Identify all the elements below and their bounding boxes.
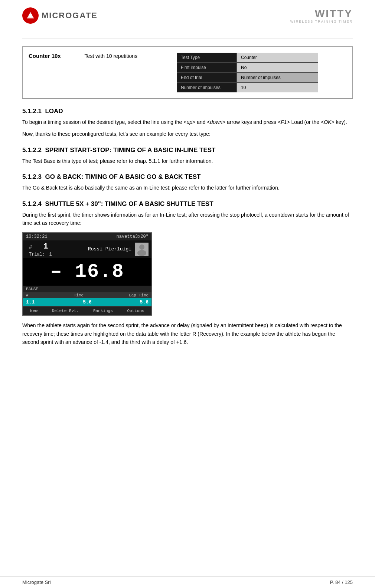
ds-trial-label: Trial: [29, 252, 45, 257]
device-label-firstimpulse: First impulse [177, 63, 237, 72]
section-5121-heading: 5.1.2.1 Load [22, 108, 353, 115]
ds-btn-new[interactable]: New [27, 308, 40, 314]
microgate-logo-icon [22, 7, 39, 24]
ds-hash-value: 1 [43, 242, 48, 251]
header-divider [22, 39, 353, 39]
ds-row-laptime: 5.6 [140, 299, 149, 305]
device-label-endoftrial: End of trial [177, 73, 237, 82]
ds-header-row: # Time Lap Time [23, 292, 151, 298]
section-5122-number: 5.1.2.2 [22, 147, 42, 154]
ds-pause-bar: PAUSE [23, 286, 151, 292]
section-5124-para1: During the first sprint, the timer shows… [22, 211, 353, 227]
section-5123-title: Go & Back: timing of a Basic Go & Back T… [45, 173, 200, 180]
device-label-testtype: Test Type [177, 53, 237, 62]
svg-point-3 [139, 244, 144, 250]
logo-left: MICROGATE [22, 7, 98, 24]
ds-athlete-row: # 1 Trial: 1 Rossi Pierluigi [23, 240, 151, 258]
ds-col-hash: # [26, 293, 29, 298]
ds-pause-label: PAUSE [26, 287, 38, 291]
test-description: Test with 10 repetitions [85, 53, 137, 59]
after-screenshot-text: When the athlete starts again for the se… [22, 321, 353, 346]
device-row-testtype: Test Type Counter [177, 53, 318, 63]
section-5121-number: 5.1.2.1 [22, 108, 42, 115]
ds-data-row: 1.1 5.6 5.6 [23, 298, 151, 306]
ds-btn-rankings[interactable]: Rankings [90, 308, 116, 314]
device-label-numimpulses: Number of impulses [177, 83, 237, 92]
ds-trial-value: 1 [49, 252, 52, 257]
ds-col-lap: Lap Time [129, 293, 149, 298]
device-row-endoftrial: End of trial Number of impulses [177, 73, 318, 83]
ds-topbar: 10:32:21 navetta3x20" [23, 233, 151, 240]
section-5124-heading: 5.1.2.4 Shuttle 5x + 30": timing of a Ba… [22, 200, 353, 208]
counter-label: Counter 10x [29, 53, 61, 59]
ds-time: 10:32:21 [26, 234, 48, 239]
witty-title: WITTY [290, 8, 353, 20]
ds-test-name: navetta3x20" [117, 234, 149, 239]
ds-row-num: 1.1 [26, 299, 35, 305]
device-screenshot: 10:32:21 navetta3x20" # 1 Trial: 1 Rossi… [22, 232, 152, 316]
device-value-firstimpulse: No [237, 63, 318, 72]
ds-time-display: – 16.8 [23, 258, 151, 286]
section-5121-para2: Now, thanks to these preconfigured tests… [22, 130, 353, 138]
device-row-firstimpulse: First impulse No [177, 63, 318, 73]
footer-left: Microgate Srl [22, 579, 51, 585]
svg-point-1 [29, 14, 32, 17]
ds-avatar-icon [135, 243, 149, 256]
section-5122-title: Sprint Start-Stop: timing of a Basic In-… [45, 147, 215, 154]
page-header: MICROGATE WITTY WIRELESS TRAINING TIMER [22, 7, 353, 27]
section-5122-heading: 5.1.2.2 Sprint Start-Stop: timing of a B… [22, 147, 353, 154]
section-5121-title: Load [45, 108, 63, 115]
device-value-numimpulses: 10 [237, 83, 318, 92]
section-5124-title: Shuttle 5x + 30": timing of a Basic Shut… [45, 200, 213, 207]
witty-subtitle: WIRELESS TRAINING TIMER [290, 20, 353, 23]
device-screen: Test Type Counter First impulse No End o… [177, 53, 318, 92]
info-table-left: Counter 10x Test with 10 repetitions [29, 53, 170, 59]
microgate-name: MICROGATE [42, 11, 98, 20]
ds-btn-delete[interactable]: Delete Evt. [49, 308, 82, 314]
ds-bottom-bar: New Delete Evt. Rankings Options [23, 306, 151, 315]
section-5121-para1: To begin a timing session of the desired… [22, 118, 353, 126]
section-5124-number: 5.1.2.4 [22, 200, 42, 207]
ds-trial-row: Trial: 1 [26, 252, 55, 257]
device-value-endoftrial: Number of impulses [237, 73, 318, 82]
ds-btn-options[interactable]: Options [124, 308, 147, 314]
section-5123-para1: The Go & Back test is also basically the… [22, 184, 353, 192]
section-5122-para1: The Test Base is this type of test; plea… [22, 157, 353, 165]
page-footer: Microgate Srl P. 84 / 125 [0, 576, 375, 588]
info-table-container: Counter 10x Test with 10 repetitions Tes… [22, 46, 353, 99]
device-row-numimpulses: Number of impulses 10 [177, 83, 318, 92]
svg-point-4 [137, 250, 146, 256]
section-5123-number: 5.1.2.3 [22, 173, 42, 180]
ds-col-time: Time [74, 293, 84, 298]
witty-logo-block: WITTY WIRELESS TRAINING TIMER [290, 8, 353, 23]
device-value-testtype: Counter [237, 53, 318, 62]
ds-row-time: 5.6 [83, 299, 91, 305]
section-5123-heading: 5.1.2.3 Go & Back: timing of a Basic Go … [22, 173, 353, 181]
ds-athlete-name: Rossi Pierluigi [88, 246, 131, 252]
ds-hash-trial: # 1 [26, 241, 55, 252]
footer-right: P. 84 / 125 [330, 579, 353, 585]
ds-hash-label: # [29, 244, 32, 250]
